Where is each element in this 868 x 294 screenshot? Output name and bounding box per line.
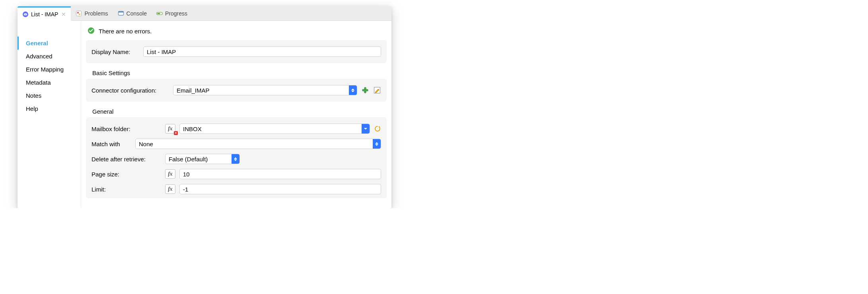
tab-progress[interactable]: Progress <box>152 6 192 21</box>
mailbox-folder-select[interactable]: INBOX <box>179 124 370 134</box>
progress-icon <box>156 10 163 17</box>
svg-point-3 <box>77 12 79 14</box>
sidebar-item-label: Error Mapping <box>26 66 64 73</box>
chevron-down-icon <box>362 124 370 133</box>
chevron-updown-icon <box>232 154 239 164</box>
limit-label: Limit: <box>91 186 161 193</box>
delete-after-retrieve-value: False (Default) <box>165 156 232 162</box>
tab-label: Problems <box>84 10 108 17</box>
sidebar: General Advanced Error Mapping Metadata … <box>18 21 81 208</box>
display-name-label: Display Name: <box>91 48 139 55</box>
sidebar-item-label: Advanced <box>26 53 53 60</box>
add-button[interactable] <box>361 86 369 94</box>
sidebar-item-error-mapping[interactable]: Error Mapping <box>18 63 81 76</box>
svg-rect-2 <box>76 11 82 16</box>
page-size-input[interactable] <box>179 169 381 179</box>
tab-label: Console <box>127 10 147 17</box>
sidebar-item-label: Help <box>26 105 38 112</box>
sidebar-item-notes[interactable]: Notes <box>18 89 81 102</box>
delete-after-retrieve-label: Delete after retrieve: <box>91 156 161 162</box>
chevron-updown-icon <box>349 85 357 95</box>
match-with-value: None <box>136 141 373 147</box>
connector-config-value: Email_IMAP <box>173 87 349 94</box>
editor-body: General Advanced Error Mapping Metadata … <box>18 21 391 208</box>
mailbox-folder-label: Mailbox folder: <box>91 126 161 132</box>
sidebar-item-metadata[interactable]: Metadata <box>18 76 81 89</box>
sidebar-item-label: Notes <box>26 92 41 99</box>
content-area: There are no errors. Display Name: Basic… <box>81 21 391 208</box>
svg-rect-6 <box>118 12 123 13</box>
match-with-label: Match with <box>91 141 131 147</box>
sidebar-item-general[interactable]: General <box>18 37 81 50</box>
delete-after-retrieve-select[interactable]: False (Default) <box>165 154 240 164</box>
chevron-updown-icon <box>373 139 381 149</box>
general-panel: Mailbox folder: fx✕ INBOX Match with Non… <box>86 117 387 198</box>
tab-label: List - IMAP <box>31 11 58 17</box>
sidebar-item-advanced[interactable]: Advanced <box>18 50 81 63</box>
display-name-panel: Display Name: <box>86 40 387 63</box>
fx-button[interactable]: fx <box>165 184 175 194</box>
svg-rect-8 <box>157 13 160 14</box>
edit-button[interactable] <box>373 86 381 94</box>
sidebar-item-help[interactable]: Help <box>18 102 81 115</box>
console-icon <box>118 10 124 17</box>
connector-config-label: Connector configuration: <box>91 87 169 94</box>
sidebar-item-label: Metadata <box>26 79 51 86</box>
tab-list-imap[interactable]: List - IMAP ✕ <box>18 6 71 21</box>
svg-point-4 <box>79 14 80 15</box>
tab-bar: List - IMAP ✕ Problems Console Progress <box>18 6 391 21</box>
mailbox-folder-value: INBOX <box>180 126 362 132</box>
editor-window: List - IMAP ✕ Problems Console Progress … <box>18 6 391 208</box>
display-name-input[interactable] <box>143 46 381 57</box>
basic-settings-title: Basic Settings <box>86 68 387 79</box>
error-badge-icon: ✕ <box>174 131 178 135</box>
svg-rect-11 <box>362 89 368 91</box>
tab-problems[interactable]: Problems <box>71 6 113 21</box>
close-icon[interactable]: ✕ <box>60 11 66 17</box>
limit-input[interactable] <box>179 184 381 194</box>
basic-settings-panel: Connector configuration: Email_IMAP <box>86 79 387 102</box>
page-size-label: Page size: <box>91 171 161 178</box>
general-section-title: General <box>86 106 387 117</box>
mail-icon <box>22 11 29 17</box>
status-bar: There are no errors. <box>86 25 387 40</box>
match-with-select[interactable]: None <box>135 139 381 149</box>
sidebar-item-label: General <box>26 40 48 46</box>
success-icon <box>88 27 95 35</box>
fx-button[interactable]: fx✕ <box>165 124 175 133</box>
connector-config-select[interactable]: Email_IMAP <box>173 85 357 95</box>
tab-console[interactable]: Console <box>113 6 152 21</box>
refresh-button[interactable] <box>374 125 381 132</box>
fx-button[interactable]: fx <box>165 169 175 179</box>
problems-icon <box>76 10 82 17</box>
tab-label: Progress <box>165 10 187 17</box>
status-message: There are no errors. <box>99 28 152 35</box>
